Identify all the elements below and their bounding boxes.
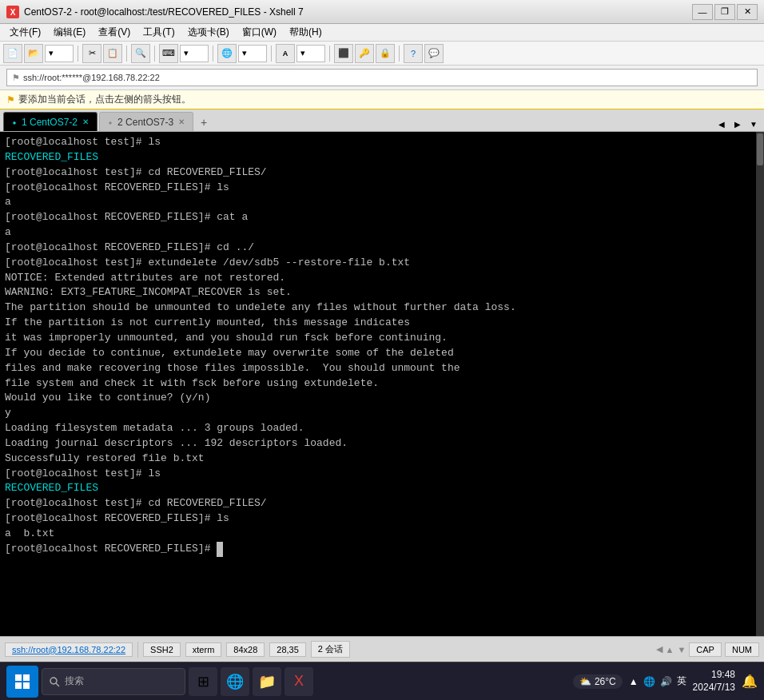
status-protocol: SSH2 xyxy=(143,642,181,657)
tb-cmd[interactable]: ⌨ xyxy=(159,44,178,63)
status-sessions: 2 会话 xyxy=(311,641,350,658)
network-icon[interactable]: 🌐 xyxy=(643,676,655,687)
tab-close-2[interactable]: ✕ xyxy=(178,117,185,126)
tb-help[interactable]: ? xyxy=(404,44,423,63)
tab-navigation: ◀ ▶ ▼ xyxy=(714,117,761,131)
minimize-button[interactable]: — xyxy=(692,4,713,20)
notification-bar: ⚑ 要添加当前会话，点击左侧的箭头按钮。 xyxy=(0,90,764,109)
tb-dropdown3[interactable]: ▾ xyxy=(238,45,267,62)
time-display: 19:48 xyxy=(693,669,735,682)
window-controls: — ❐ ✕ xyxy=(692,4,758,20)
tray-up-arrow[interactable]: ▲ xyxy=(629,676,639,687)
menu-help[interactable]: 帮助(H) xyxy=(283,24,328,41)
tb-new[interactable]: 📄 xyxy=(3,44,22,63)
tb-key[interactable]: 🔑 xyxy=(355,44,374,63)
status-size: 84x28 xyxy=(226,642,265,657)
svg-rect-2 xyxy=(15,674,22,681)
scrollbar-thumb[interactable] xyxy=(757,133,763,165)
tab-prev-button[interactable]: ◀ xyxy=(714,117,729,131)
tab-close-1[interactable]: ✕ xyxy=(82,117,89,126)
new-tab-button[interactable]: + xyxy=(195,113,213,131)
lang-indicator[interactable]: 英 xyxy=(677,674,686,688)
status-bar: ssh://root@192.168.78.22:22 SSH2 xterm 8… xyxy=(0,636,764,662)
window-title: CentOS7-2 - root@localhost:/test/RECOVER… xyxy=(24,6,692,18)
menu-window[interactable]: 窗口(W) xyxy=(236,24,283,41)
status-ssh[interactable]: ssh://root@192.168.78.22:22 xyxy=(5,642,133,657)
svg-text:X: X xyxy=(10,8,16,17)
notification-button[interactable]: 🔔 xyxy=(742,674,758,689)
tb-dropdown1[interactable]: ▾ xyxy=(45,45,74,62)
menu-view[interactable]: 查看(V) xyxy=(92,24,137,41)
tb-stop[interactable]: ⬛ xyxy=(334,44,353,63)
explorer-button[interactable]: 📁 xyxy=(253,667,281,696)
svg-rect-3 xyxy=(23,674,30,681)
close-button[interactable]: ✕ xyxy=(737,4,758,20)
maximize-button[interactable]: ❐ xyxy=(714,4,735,20)
volume-icon[interactable]: 🔊 xyxy=(660,676,672,687)
tab-centos7-2[interactable]: ⬥ 1 CentOS7-2 ✕ xyxy=(3,112,97,131)
terminal-area[interactable]: [root@localhost test]# lsRECOVERED_FILES… xyxy=(0,132,764,636)
tb-font[interactable]: A xyxy=(276,44,295,63)
tb-lock[interactable]: 🔒 xyxy=(376,44,395,63)
svg-point-6 xyxy=(50,678,57,684)
status-num: NUM xyxy=(725,642,759,657)
date-display: 2024/7/13 xyxy=(693,682,735,694)
tab-next-button[interactable]: ▶ xyxy=(730,117,745,131)
taskbar: 搜索 ⊞ 🌐 📁 X ⛅ 26°C ▲ 🌐 🔊 英 19:48 2024/7/1… xyxy=(0,662,764,700)
menu-file[interactable]: 文件(F) xyxy=(3,24,47,41)
tb-chat[interactable]: 💬 xyxy=(424,44,444,63)
tb-zoom[interactable]: 🔍 xyxy=(131,44,150,63)
tab-menu-button[interactable]: ▼ xyxy=(746,117,761,131)
system-tray: ▲ 🌐 🔊 英 xyxy=(629,674,686,688)
tab-label-2: 2 CentOS7-3 xyxy=(117,117,173,128)
tab-label-1: 1 CentOS7-2 xyxy=(22,117,78,128)
menu-tab[interactable]: 选项卡(B) xyxy=(181,24,236,41)
start-button[interactable] xyxy=(6,666,38,698)
title-bar: X CentOS7-2 - root@localhost:/test/RECOV… xyxy=(0,0,764,24)
tb-dropdown4[interactable]: ▾ xyxy=(296,45,325,62)
tb-globe[interactable]: 🌐 xyxy=(217,44,237,63)
menu-edit[interactable]: 编辑(E) xyxy=(47,24,92,41)
search-placeholder: 搜索 xyxy=(65,674,84,688)
task-view-button[interactable]: ⊞ xyxy=(189,667,217,696)
terminal[interactable]: [root@localhost test]# lsRECOVERED_FILES… xyxy=(0,132,756,636)
weather-widget[interactable]: ⛅ 26°C xyxy=(573,674,623,689)
app-icon: X xyxy=(6,6,19,18)
status-pos: 28,35 xyxy=(269,642,306,657)
taskbar-search[interactable]: 搜索 xyxy=(42,668,185,695)
xshell-taskbar[interactable]: X xyxy=(285,667,313,696)
tb-cut[interactable]: ✂ xyxy=(82,44,101,63)
weather-icon: ⛅ xyxy=(579,676,591,687)
taskbar-apps: ⊞ 🌐 📁 X xyxy=(189,667,313,696)
address-text: ssh://root:******@192.168.78.22:22 xyxy=(23,73,160,82)
vertical-scrollbar[interactable] xyxy=(756,132,764,636)
svg-rect-4 xyxy=(15,682,22,689)
address-bar[interactable]: ⚑ ssh://root:******@192.168.78.22:22 xyxy=(6,69,758,86)
tb-open[interactable]: 📂 xyxy=(24,44,43,63)
tab-centos7-3[interactable]: ⬥ 2 CentOS7-3 ✕ xyxy=(99,112,193,131)
weather-temp: 26°C xyxy=(595,676,616,687)
status-term: xterm xyxy=(185,642,222,657)
menu-tools[interactable]: 工具(T) xyxy=(137,24,181,41)
menu-bar: 文件(F) 编辑(E) 查看(V) 工具(T) 选项卡(B) 窗口(W) 帮助(… xyxy=(0,24,764,42)
clock[interactable]: 19:48 2024/7/13 xyxy=(693,669,735,694)
notif-icon: ⚑ xyxy=(6,94,15,105)
svg-line-7 xyxy=(56,683,59,686)
tb-dropdown2[interactable]: ▾ xyxy=(180,45,209,62)
status-cap: CAP xyxy=(689,642,722,657)
tb-copy[interactable]: 📋 xyxy=(103,44,122,63)
toolbar: 📄 📂 ▾ ✂ 📋 🔍 ⌨ ▾ 🌐 ▾ A ▾ ⬛ 🔑 🔒 ? 💬 xyxy=(0,42,764,66)
svg-rect-5 xyxy=(23,682,30,689)
notif-text: 要添加当前会话，点击左侧的箭头按钮。 xyxy=(18,93,191,106)
tab-bar: ⬥ 1 CentOS7-2 ✕ ⬥ 2 CentOS7-3 ✕ + ◀ ▶ ▼ xyxy=(0,109,764,132)
taskbar-right: ⛅ 26°C ▲ 🌐 🔊 英 19:48 2024/7/13 🔔 xyxy=(573,669,758,694)
edge-button[interactable]: 🌐 xyxy=(221,667,249,696)
